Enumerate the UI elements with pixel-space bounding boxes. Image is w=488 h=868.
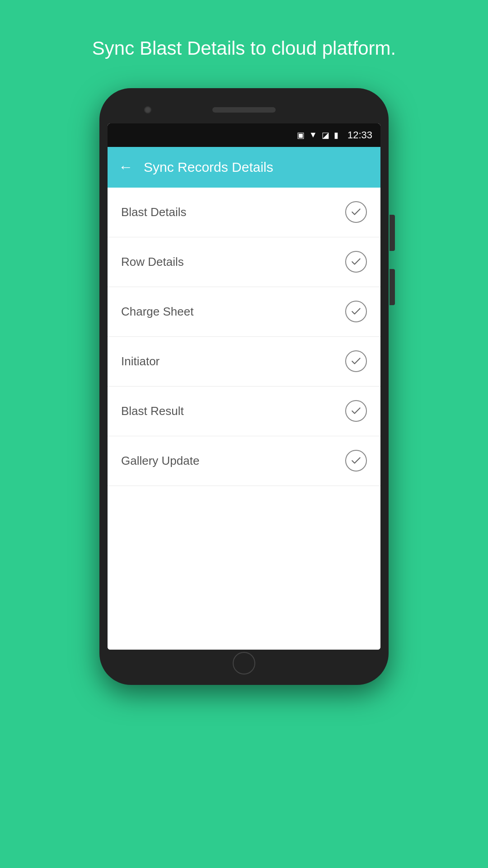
wifi-icon: ▼ — [309, 130, 317, 140]
app-bar-title: Sync Records Details — [144, 160, 273, 175]
status-icons: ▣ ▼ ◪ ▮ 12:33 — [297, 129, 372, 141]
phone-wrapper: ▣ ▼ ◪ ▮ 12:33 ← Sync Records Details B — [95, 88, 393, 757]
tagline: Sync Blast Details to cloud platform. — [56, 36, 432, 61]
home-button[interactable] — [233, 652, 255, 675]
phone-bottom-bar — [108, 650, 380, 677]
phone-screen: ▣ ▼ ◪ ▮ 12:33 ← Sync Records Details B — [108, 123, 380, 650]
gallery-update-label: Gallery Update — [121, 454, 199, 468]
initiator-check — [345, 350, 367, 372]
list-item-blast-result[interactable]: Blast Result — [108, 387, 380, 436]
list-item-gallery-update[interactable]: Gallery Update — [108, 436, 380, 486]
battery-icon: ▮ — [334, 130, 338, 140]
camera — [144, 106, 152, 114]
list-item-initiator[interactable]: Initiator — [108, 337, 380, 387]
signal-icon: ◪ — [322, 130, 329, 140]
row-details-check — [345, 251, 367, 273]
blast-result-check — [345, 400, 367, 422]
blast-details-check — [345, 201, 367, 223]
status-time: 12:33 — [347, 129, 372, 141]
phone-shell: ▣ ▼ ◪ ▮ 12:33 ← Sync Records Details B — [99, 88, 389, 685]
app-bar: ← Sync Records Details — [108, 147, 380, 188]
list-item-charge-sheet[interactable]: Charge Sheet — [108, 287, 380, 337]
list-container: Blast Details Row Details — [108, 188, 380, 650]
initiator-label: Initiator — [121, 354, 160, 368]
list-item-blast-details[interactable]: Blast Details — [108, 188, 380, 237]
blast-details-label: Blast Details — [121, 205, 187, 219]
status-bar: ▣ ▼ ◪ ▮ 12:33 — [108, 123, 380, 147]
list-item-row-details[interactable]: Row Details — [108, 237, 380, 287]
vibrate-icon: ▣ — [297, 130, 305, 140]
charge-sheet-check — [345, 301, 367, 322]
speaker — [212, 107, 276, 113]
charge-sheet-label: Charge Sheet — [121, 305, 193, 319]
back-button[interactable]: ← — [118, 159, 133, 175]
blast-result-label: Blast Result — [121, 404, 184, 418]
gallery-update-check — [345, 450, 367, 472]
phone-top-bar — [108, 96, 380, 123]
row-details-label: Row Details — [121, 255, 184, 269]
